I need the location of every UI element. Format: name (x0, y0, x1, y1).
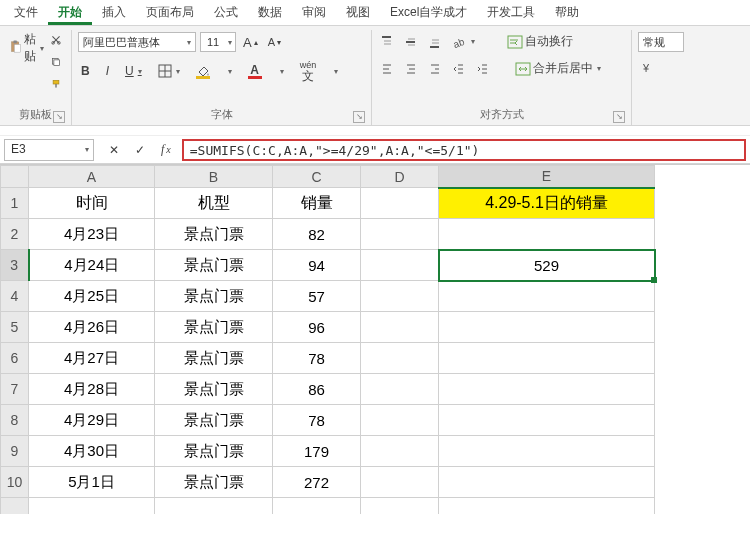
cell[interactable]: 景点门票 (155, 219, 273, 250)
number-format-select[interactable]: 常规 (638, 32, 684, 52)
phonetic-icon[interactable]: wén文 (297, 60, 320, 82)
italic-button[interactable]: I (103, 63, 112, 79)
increase-indent-icon[interactable] (474, 61, 490, 77)
cancel-icon[interactable]: ✕ (106, 141, 122, 158)
merge-center-button[interactable]: 合并后居中▾ (512, 59, 604, 78)
tab-review[interactable]: 审阅 (292, 0, 336, 25)
font-name-select[interactable]: 阿里巴巴普惠体▾ (78, 32, 196, 52)
formula-bar-input[interactable]: =SUMIFS(C:C,A:A,">=4/29",A:A,"<=5/1") (182, 139, 746, 161)
bold-button[interactable]: B (78, 63, 93, 79)
cell[interactable]: 5月1日 (29, 467, 155, 498)
underline-button[interactable]: U▾ (122, 63, 145, 79)
fill-color-icon[interactable] (193, 63, 213, 80)
row-header[interactable]: 6 (1, 343, 29, 374)
cell[interactable] (361, 219, 439, 250)
cell[interactable] (439, 498, 655, 514)
cell[interactable]: 272 (273, 467, 361, 498)
paste-button[interactable]: 粘贴▾ (7, 30, 47, 66)
row-header[interactable]: 10 (1, 467, 29, 498)
col-header-E[interactable]: E (439, 166, 655, 188)
cell[interactable]: 4月26日 (29, 312, 155, 343)
increase-font-icon[interactable]: A▴ (240, 34, 261, 51)
cell[interactable]: 销量 (273, 188, 361, 219)
alignment-launcher-icon[interactable]: ↘ (613, 111, 625, 123)
borders-icon[interactable]: ▾ (155, 63, 183, 79)
cell[interactable]: 4月29日 (29, 405, 155, 436)
row-header[interactable]: 5 (1, 312, 29, 343)
tab-layout[interactable]: 页面布局 (136, 0, 204, 25)
cell[interactable] (361, 250, 439, 281)
cell-selected[interactable]: 529 (439, 250, 655, 281)
row-header[interactable]: 7 (1, 374, 29, 405)
cut-icon[interactable] (48, 32, 64, 48)
row-header[interactable]: 8 (1, 405, 29, 436)
cell[interactable]: 景点门票 (155, 405, 273, 436)
col-header-C[interactable]: C (273, 166, 361, 188)
copy-icon[interactable] (48, 54, 64, 70)
cell[interactable] (439, 467, 655, 498)
cell[interactable]: 4月23日 (29, 219, 155, 250)
font-launcher-icon[interactable]: ↘ (353, 111, 365, 123)
cell[interactable]: 景点门票 (155, 436, 273, 467)
cell[interactable]: 86 (273, 374, 361, 405)
cell[interactable]: 景点门票 (155, 250, 273, 281)
tab-help[interactable]: 帮助 (545, 0, 589, 25)
cell[interactable]: 景点门票 (155, 374, 273, 405)
cell[interactable] (439, 436, 655, 467)
cell[interactable] (155, 498, 273, 514)
align-top-icon[interactable] (378, 34, 394, 50)
row-header[interactable]: 4 (1, 281, 29, 312)
cell[interactable]: 4月25日 (29, 281, 155, 312)
cell[interactable] (361, 312, 439, 343)
name-box[interactable]: E3▾ (4, 139, 94, 161)
row-header[interactable] (1, 498, 29, 514)
cell[interactable] (361, 467, 439, 498)
cell[interactable] (361, 436, 439, 467)
cell[interactable]: 4.29-5.1日的销量 (439, 188, 655, 219)
font-color-dropdown[interactable]: ▾ (277, 66, 287, 77)
decrease-indent-icon[interactable] (450, 61, 466, 77)
row-header[interactable]: 3 (1, 250, 29, 281)
cell[interactable]: 94 (273, 250, 361, 281)
font-color-icon[interactable]: A (245, 63, 265, 80)
tab-selfstudy[interactable]: Excel自学成才 (380, 0, 477, 25)
cell[interactable] (361, 374, 439, 405)
fill-color-dropdown[interactable]: ▾ (225, 66, 235, 77)
cell[interactable] (29, 498, 155, 514)
cell[interactable]: 景点门票 (155, 467, 273, 498)
font-size-select[interactable]: 11▾ (200, 32, 236, 52)
cell[interactable] (439, 312, 655, 343)
cell[interactable]: 景点门票 (155, 312, 273, 343)
cell[interactable]: 时间 (29, 188, 155, 219)
phonetic-dropdown[interactable]: ▾ (331, 66, 341, 77)
select-all-corner[interactable] (1, 166, 29, 188)
tab-home[interactable]: 开始 (48, 0, 92, 25)
currency-icon[interactable]: ¥ (638, 60, 658, 76)
cell[interactable]: 4月30日 (29, 436, 155, 467)
spreadsheet-grid[interactable]: A B C D E 1 时间 机型 销量 4.29-5.1日的销量 2 4月23… (0, 164, 750, 514)
tab-file[interactable]: 文件 (4, 0, 48, 25)
cell[interactable]: 景点门票 (155, 281, 273, 312)
cell[interactable]: 78 (273, 405, 361, 436)
cell[interactable]: 179 (273, 436, 361, 467)
cell[interactable] (361, 188, 439, 219)
align-center-icon[interactable] (402, 61, 418, 77)
cell[interactable]: 96 (273, 312, 361, 343)
orientation-icon[interactable]: ab▾ (450, 34, 478, 50)
cell[interactable] (361, 405, 439, 436)
row-header[interactable]: 2 (1, 219, 29, 250)
tab-data[interactable]: 数据 (248, 0, 292, 25)
col-header-B[interactable]: B (155, 166, 273, 188)
col-header-D[interactable]: D (361, 166, 439, 188)
cell[interactable]: 82 (273, 219, 361, 250)
enter-icon[interactable]: ✓ (132, 141, 148, 158)
cell[interactable] (361, 498, 439, 514)
cell[interactable]: 78 (273, 343, 361, 374)
tab-insert[interactable]: 插入 (92, 0, 136, 25)
cell[interactable] (439, 219, 655, 250)
decrease-font-icon[interactable]: A▾ (265, 35, 284, 49)
cell[interactable] (439, 405, 655, 436)
align-left-icon[interactable] (378, 61, 394, 77)
tab-devtools[interactable]: 开发工具 (477, 0, 545, 25)
align-right-icon[interactable] (426, 61, 442, 77)
